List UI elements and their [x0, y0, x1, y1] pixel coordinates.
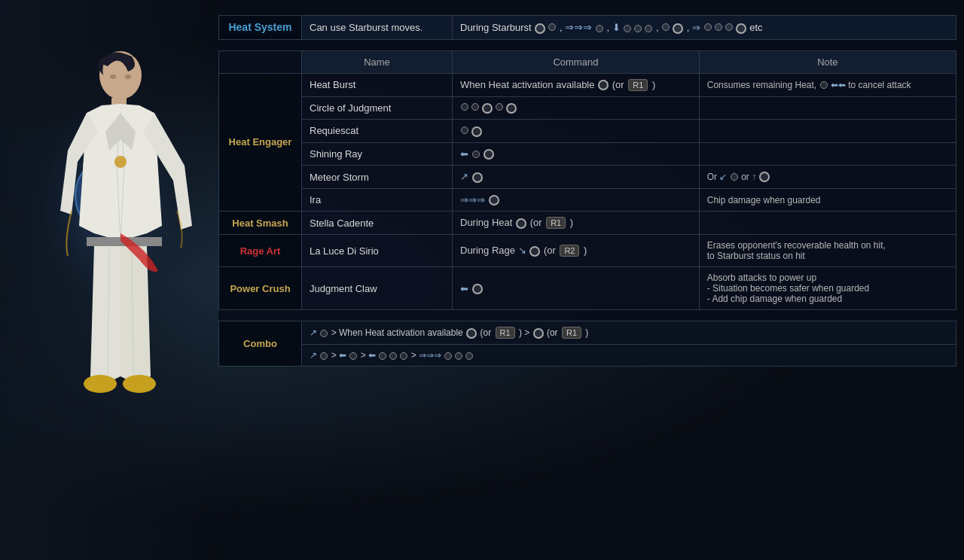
- during-heat-text: During Heat: [460, 217, 512, 228]
- pc-note-line2: - Situation becomes safer when guarded: [707, 283, 948, 294]
- ms-arrow-2: ↙: [719, 172, 727, 182]
- requiescat-note: [699, 120, 956, 143]
- rage-art-note: Erases opponent's recoverable health on …: [699, 235, 956, 267]
- dot-icon-5: [645, 25, 652, 32]
- meteor-storm-note: Or ↙ or ↑: [699, 166, 956, 189]
- ira-circle: [489, 195, 499, 205]
- combo-row-2: ↗ > ⬅ > ⬅ > ⇒⇒⇒: [219, 345, 956, 367]
- combo-line-2: ↗ > ⬅ > ⬅ > ⇒⇒⇒: [302, 345, 956, 367]
- move-row-rage-art: Rage Art La Luce Di Sirio During Rage ↘ …: [219, 235, 956, 267]
- stella-cadente-name: Stella Cadente: [302, 212, 453, 235]
- combo-gt-1: >: [331, 327, 339, 338]
- coj-icons: [460, 103, 517, 114]
- sr-circle-1: [484, 149, 494, 160]
- comma-2: ,: [606, 22, 609, 33]
- power-crush-command: ⬅: [453, 267, 700, 310]
- starburst-icons-3: [661, 23, 684, 34]
- combo2-arrow-1: ↗: [310, 350, 317, 361]
- circle-judgment-command: [453, 96, 700, 120]
- combo-bracket-2: ): [585, 327, 588, 338]
- starburst-icons-4: [703, 23, 747, 34]
- combo2-d8: [465, 352, 473, 360]
- heat-smash-command: During Heat (or R1 ): [453, 212, 700, 235]
- shining-ray-note: [699, 142, 956, 166]
- ms-diag-arrow: ↗: [460, 171, 468, 182]
- ira-note: Chip damage when guarded: [699, 188, 956, 212]
- dot-icon-1: [548, 23, 556, 31]
- hs-circle: [516, 218, 526, 229]
- ra-or-text: (or: [544, 245, 556, 256]
- heat-burst-note-suffix: to cancel attack: [848, 80, 911, 90]
- ra-bracket: ): [584, 245, 587, 256]
- req-dot-1: [461, 126, 468, 134]
- heat-burst-command: When Heat activation available (or R1 ): [453, 73, 700, 96]
- meteor-storm-name: Meteor Storm: [302, 166, 453, 189]
- move-row-circle-judgment: Circle of Judgment: [219, 96, 956, 120]
- dot-icon-2: [596, 25, 603, 32]
- combo-r1-2: R1: [562, 327, 581, 339]
- combo-or-1: (or: [480, 327, 491, 338]
- combo2-d3: [379, 352, 386, 360]
- pc-note-line3: - Add chip damage when guarded: [707, 294, 948, 304]
- ms-arrow-up: ↑: [752, 172, 756, 182]
- header-name: Name: [302, 50, 453, 73]
- circle-judgment-note: [699, 96, 956, 120]
- comma-3: ,: [656, 22, 659, 33]
- combo2-d4: [389, 352, 397, 360]
- when-heat-text: When Heat activation available: [460, 79, 595, 90]
- starburst-icons: [534, 23, 557, 34]
- move-row-shining-ray: Shining Ray ⬅: [219, 142, 956, 166]
- coj-dot-3: [496, 103, 503, 111]
- dot-icon-4: [634, 25, 642, 32]
- coj-circle-1: [482, 103, 493, 114]
- combo2-arrow-3: ⬅: [368, 350, 376, 361]
- starburst-icons-2: [623, 25, 653, 32]
- separator-1: [219, 39, 956, 50]
- character-area: [0, 0, 226, 560]
- left-arrow: ⬅⬅: [831, 80, 846, 90]
- arrow-down: ⬇: [612, 22, 621, 33]
- header-note: Note: [699, 50, 956, 73]
- combo2-d7: [455, 352, 462, 360]
- content-area: Heat System Can use Starburst moves. Dur…: [218, 15, 956, 367]
- power-crush-note: Absorb attacks to power up - Situation b…: [699, 267, 956, 310]
- move-row-heat-burst: Heat Engager Heat Burst When Heat activa…: [219, 73, 956, 96]
- ira-command: ⇒⇒⇒: [453, 188, 700, 212]
- combo-row-1: Combo ↗ > When Heat activation available…: [219, 321, 956, 345]
- move-row-meteor-storm: Meteor Storm ↗ Or ↙ or ↑: [219, 166, 956, 189]
- heat-engager-label: Heat Engager: [219, 73, 302, 212]
- ira-name: Ira: [302, 188, 453, 212]
- coj-dot-1: [461, 103, 468, 111]
- coj-dot-2: [471, 103, 479, 111]
- ra-note-line1: Erases opponent's recoverable health on …: [707, 240, 948, 251]
- arrow-seq-2: ⇒: [692, 22, 700, 33]
- req-circle-1: [471, 126, 482, 137]
- svg-point-14: [84, 375, 117, 393]
- combo-when-heat: When Heat activation available: [339, 327, 463, 338]
- power-crush-label: Power Crush: [219, 267, 302, 310]
- combo2-gt-1: >: [331, 350, 339, 361]
- combo-arrow-1: ↗: [310, 327, 317, 338]
- hs-or-text: (or: [530, 217, 542, 228]
- separator-2: [219, 310, 956, 321]
- arrow-seq-1: ⇒⇒⇒: [565, 21, 592, 33]
- requiescat-name: Requiescat: [302, 120, 453, 143]
- dot-icon-6: [662, 23, 670, 31]
- ira-arrows: ⇒⇒⇒: [460, 194, 485, 205]
- combo-or-2: (or: [547, 327, 558, 338]
- shining-ray-name: Shining Ray: [302, 142, 453, 166]
- coj-circle-2: [506, 103, 517, 114]
- combo-bracket-1: ) >: [519, 327, 532, 338]
- requiescat-command: [453, 120, 700, 143]
- etc-text: etc: [749, 22, 762, 33]
- dot-icon-7: [704, 23, 712, 31]
- req-icons: [460, 126, 483, 137]
- r1-btn-1: R1: [628, 79, 648, 91]
- combo2-d6: [444, 352, 452, 360]
- header-empty: [219, 50, 302, 73]
- rage-art-command: During Rage ↘ (or R2 ): [453, 235, 700, 267]
- circle-icon-2: [673, 23, 683, 34]
- circle-judgment-name: Circle of Judgment: [302, 96, 453, 120]
- judgment-claw-name: Judgment Claw: [302, 267, 453, 310]
- bracket-1: ): [652, 79, 655, 90]
